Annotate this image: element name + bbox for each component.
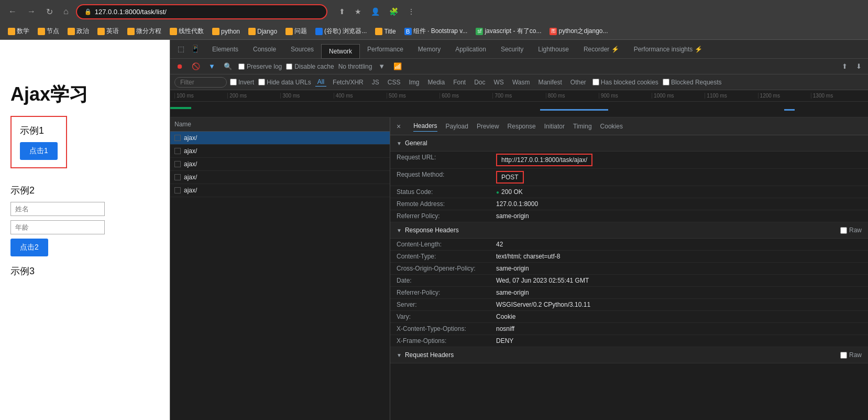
- tab-memory[interactable]: Memory: [411, 41, 448, 58]
- tab-network[interactable]: Network: [321, 44, 360, 59]
- record-button[interactable]: ⏺: [174, 61, 185, 71]
- request-row-3[interactable]: ajax/: [170, 158, 390, 171]
- tab-console[interactable]: Console: [246, 41, 283, 58]
- menu-button[interactable]: ⋮: [404, 6, 418, 17]
- request-checkbox[interactable]: [174, 135, 181, 141]
- tab-security[interactable]: Security: [493, 41, 531, 58]
- request-checkbox[interactable]: [174, 161, 181, 167]
- invert-checkbox[interactable]: Invert: [230, 79, 254, 86]
- click2-button[interactable]: 点击2: [10, 239, 48, 256]
- tab-lighthouse[interactable]: Lighthouse: [531, 41, 576, 58]
- blocked-requests-check[interactable]: [663, 79, 669, 85]
- details-tab-timing[interactable]: Timing: [573, 121, 592, 132]
- filter-fetch-xhr[interactable]: Fetch/XHR: [331, 78, 366, 87]
- bookmark-icon: sf: [476, 28, 483, 35]
- filter-media[interactable]: Media: [425, 78, 447, 87]
- device-toolbar-button[interactable]: 📱: [188, 42, 203, 55]
- filter-font[interactable]: Font: [451, 78, 468, 87]
- tab-performance-insights[interactable]: Performance insights ⚡: [627, 41, 710, 58]
- tab-elements[interactable]: Elements: [205, 41, 246, 58]
- details-tab-cookies[interactable]: Cookies: [600, 121, 623, 132]
- filter-ws[interactable]: WS: [492, 78, 506, 87]
- invert-check[interactable]: [230, 79, 237, 85]
- filter-manifest[interactable]: Manifest: [536, 78, 564, 87]
- back-button[interactable]: ←: [5, 5, 20, 18]
- blocked-requests-checkbox[interactable]: Blocked Requests: [663, 79, 722, 86]
- details-tab-preview[interactable]: Preview: [477, 121, 499, 132]
- bookmark-diff-eq[interactable]: 微分方程: [124, 26, 165, 37]
- profile-icon[interactable]: 👤: [368, 6, 383, 17]
- download-icon[interactable]: ⬇: [854, 61, 864, 71]
- click1-button[interactable]: 点击1: [20, 142, 58, 160]
- bookmark-chrome[interactable]: (谷歌) 浏览器...: [312, 26, 370, 37]
- search-button[interactable]: 🔍: [222, 61, 234, 71]
- bookmark-sf[interactable]: sf javascript - 有了co...: [472, 26, 545, 37]
- tab-sources[interactable]: Sources: [283, 41, 321, 58]
- filter-css[interactable]: CSS: [386, 78, 403, 87]
- filter-input[interactable]: [174, 77, 227, 88]
- filter-js[interactable]: JS: [370, 78, 381, 87]
- upload-icon[interactable]: ⬆: [840, 61, 850, 71]
- filter-doc[interactable]: Doc: [472, 78, 487, 87]
- bookmark-title[interactable]: Title: [371, 27, 399, 36]
- bookmark-django[interactable]: Django: [245, 27, 281, 36]
- tab-application[interactable]: Application: [448, 41, 493, 58]
- request-raw-checkbox[interactable]: Raw: [840, 351, 862, 359]
- request-row-2[interactable]: ajax/: [170, 145, 390, 158]
- bookmark-politics[interactable]: 政治: [64, 26, 93, 37]
- disable-cache-label[interactable]: Disable cache: [286, 63, 334, 70]
- preserve-log-label[interactable]: Preserve log: [238, 63, 282, 70]
- blocked-cookies-checkbox[interactable]: Has blocked cookies: [592, 79, 658, 86]
- tab-recorder[interactable]: Recorder ⚡: [576, 41, 627, 58]
- share-button[interactable]: ⬆: [336, 6, 348, 17]
- tab-performance[interactable]: Performance: [360, 41, 411, 58]
- bookmark-issues[interactable]: 问题: [282, 26, 311, 37]
- filter-all[interactable]: All: [315, 78, 326, 87]
- wifi-icon[interactable]: 📶: [391, 61, 404, 71]
- filter-wasm[interactable]: Wasm: [510, 78, 532, 87]
- bookmark-python[interactable]: python: [208, 27, 244, 36]
- request-row-1[interactable]: ajax/: [170, 132, 390, 145]
- response-raw-check[interactable]: [840, 227, 847, 234]
- disable-cache-checkbox[interactable]: [286, 63, 292, 70]
- name-input[interactable]: [10, 202, 105, 216]
- home-button[interactable]: ⌂: [60, 5, 72, 18]
- request-raw-check[interactable]: [840, 352, 847, 359]
- content-type-key: Content-Type:: [397, 253, 496, 260]
- bookmark-bootstrap[interactable]: B 组件 · Bootstrap v...: [401, 26, 471, 37]
- request-checkbox[interactable]: [174, 148, 181, 154]
- request-checkbox[interactable]: [174, 187, 181, 193]
- hide-data-urls-checkbox[interactable]: Hide data URLs: [258, 79, 311, 86]
- details-tab-initiator[interactable]: Initiator: [544, 121, 565, 132]
- forward-button[interactable]: →: [24, 5, 39, 18]
- bookmark-linear-alg[interactable]: 线性代数: [166, 26, 207, 37]
- preserve-log-checkbox[interactable]: [238, 63, 245, 70]
- bookmark-math[interactable]: 数学: [4, 26, 33, 37]
- bookmark-node[interactable]: 节点: [34, 26, 63, 37]
- bookmark-button[interactable]: ★: [351, 6, 365, 17]
- reload-button[interactable]: ↻: [43, 5, 56, 19]
- response-raw-checkbox[interactable]: Raw: [840, 227, 862, 234]
- age-input[interactable]: [10, 220, 105, 234]
- ruler-mark: 200 ms: [227, 93, 280, 99]
- blocked-cookies-check[interactable]: [592, 79, 599, 85]
- details-tab-response[interactable]: Response: [508, 121, 536, 132]
- extensions-button[interactable]: 🧩: [386, 6, 401, 17]
- bookmark-icon: [97, 28, 105, 35]
- inspect-element-button[interactable]: ⬚: [174, 42, 188, 55]
- hide-data-urls-check[interactable]: [258, 79, 265, 85]
- details-tab-headers[interactable]: Headers: [413, 121, 437, 132]
- filter-img[interactable]: Img: [406, 78, 421, 87]
- bookmark-english[interactable]: 英语: [94, 26, 123, 37]
- filter-icon-button[interactable]: ▼: [206, 61, 217, 71]
- throttling-dropdown[interactable]: ▼: [376, 61, 387, 71]
- request-row-4[interactable]: ajax/: [170, 171, 390, 184]
- details-tab-payload[interactable]: Payload: [446, 121, 468, 132]
- request-row-5[interactable]: ajax/: [170, 184, 390, 197]
- close-details-button[interactable]: ×: [397, 122, 401, 131]
- clear-button[interactable]: 🚫: [190, 61, 202, 71]
- bookmark-django-py[interactable]: 图 python之django...: [546, 26, 611, 37]
- address-bar[interactable]: 🔒 127.0.0.1:8000/task/list/: [76, 4, 327, 19]
- request-checkbox[interactable]: [174, 174, 181, 180]
- filter-other[interactable]: Other: [568, 78, 588, 87]
